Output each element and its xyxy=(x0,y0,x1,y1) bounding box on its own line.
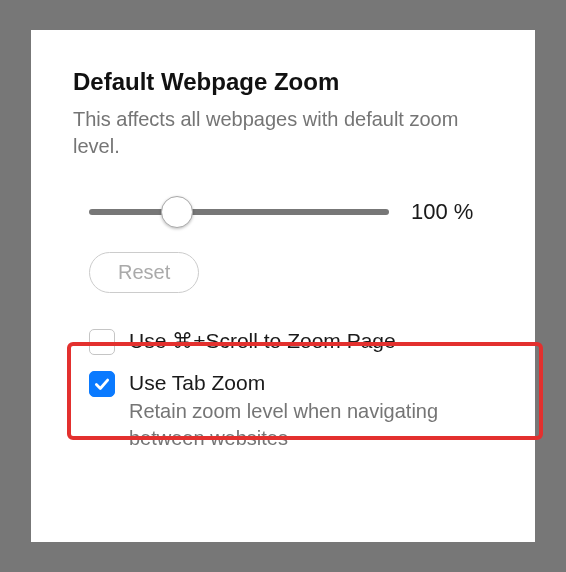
zoom-settings-panel: Default Webpage Zoom This affects all we… xyxy=(31,30,535,542)
zoom-value-label: 100 % xyxy=(411,199,473,225)
cmd-scroll-checkbox[interactable] xyxy=(89,329,115,355)
cmd-scroll-content: Use ⌘+Scroll to Zoom Page xyxy=(129,327,396,354)
cmd-scroll-label: Use ⌘+Scroll to Zoom Page xyxy=(129,327,396,354)
section-title: Default Webpage Zoom xyxy=(73,68,495,96)
tab-zoom-checkbox[interactable] xyxy=(89,371,115,397)
slider-thumb[interactable] xyxy=(161,196,193,228)
checkmark-icon xyxy=(93,375,111,393)
slider-track xyxy=(89,209,389,215)
tab-zoom-content: Use Tab Zoom Retain zoom level when navi… xyxy=(129,369,495,452)
tab-zoom-option: Use Tab Zoom Retain zoom level when navi… xyxy=(89,369,495,452)
tab-zoom-label: Use Tab Zoom xyxy=(129,369,495,396)
cmd-scroll-option: Use ⌘+Scroll to Zoom Page xyxy=(89,327,495,355)
section-subtitle: This affects all webpages with default z… xyxy=(73,106,495,160)
tab-zoom-description: Retain zoom level when navigating betwee… xyxy=(129,398,495,452)
reset-button[interactable]: Reset xyxy=(89,252,199,293)
zoom-slider[interactable] xyxy=(89,194,389,230)
zoom-slider-row: 100 % xyxy=(89,194,495,230)
